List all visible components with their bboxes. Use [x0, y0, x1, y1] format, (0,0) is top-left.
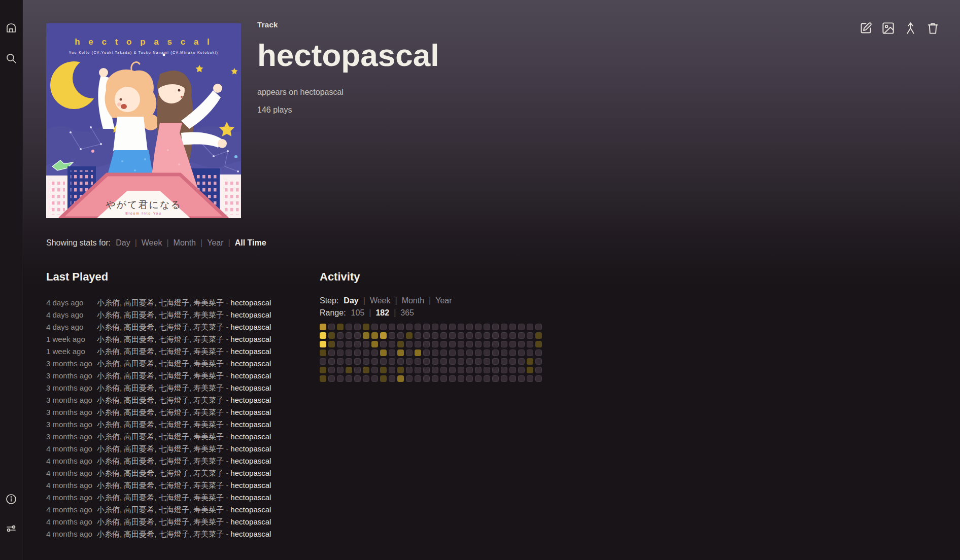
- heatmap-cell[interactable]: [371, 341, 378, 347]
- heatmap-cell[interactable]: [328, 367, 335, 373]
- artist-links[interactable]: 小糸侑, 高田憂希, 七海燈子, 寿美菜子: [97, 335, 224, 343]
- heatmap-cell[interactable]: [535, 375, 542, 382]
- heatmap-cell[interactable]: [346, 367, 352, 373]
- heatmap-cell[interactable]: [466, 375, 473, 382]
- heatmap-cell[interactable]: [449, 367, 456, 373]
- heatmap-cell[interactable]: [380, 349, 387, 356]
- heatmap-cell[interactable]: [415, 332, 421, 339]
- artist-links[interactable]: 小糸侑, 高田憂希, 七海燈子, 寿美菜子: [97, 517, 224, 526]
- track-link[interactable]: hectopascal: [230, 396, 271, 404]
- heatmap-cell[interactable]: [501, 341, 507, 347]
- heatmap-cell[interactable]: [354, 332, 361, 339]
- artist-links[interactable]: 小糸侑, 高田憂希, 七海燈子, 寿美菜子: [97, 469, 224, 477]
- heatmap-cell[interactable]: [475, 332, 482, 339]
- heatmap-cell[interactable]: [492, 375, 499, 382]
- edit-button[interactable]: [859, 21, 873, 35]
- track-link[interactable]: hectopascal: [230, 493, 271, 502]
- heatmap-cell[interactable]: [389, 349, 395, 356]
- heatmap-cell[interactable]: [492, 324, 499, 330]
- delete-button[interactable]: [926, 21, 940, 35]
- heatmap-cell[interactable]: [354, 324, 361, 330]
- heatmap-cell[interactable]: [449, 375, 456, 382]
- heatmap-cell[interactable]: [449, 332, 456, 339]
- heatmap-cell[interactable]: [466, 358, 473, 365]
- track-link[interactable]: hectopascal: [230, 432, 271, 441]
- heatmap-cell[interactable]: [466, 367, 473, 373]
- heatmap-cell[interactable]: [484, 367, 490, 373]
- option-day[interactable]: Day: [116, 238, 130, 247]
- heatmap-cell[interactable]: [354, 375, 361, 382]
- heatmap-cell[interactable]: [484, 375, 490, 382]
- heatmap-cell[interactable]: [458, 341, 464, 347]
- heatmap-cell[interactable]: [397, 332, 404, 339]
- heatmap-cell[interactable]: [380, 341, 387, 347]
- heatmap-cell[interactable]: [518, 349, 525, 356]
- heatmap-cell[interactable]: [320, 324, 326, 330]
- track-link[interactable]: hectopascal: [230, 530, 271, 538]
- heatmap-cell[interactable]: [458, 324, 464, 330]
- heatmap-cell[interactable]: [328, 332, 335, 339]
- heatmap-cell[interactable]: [363, 341, 369, 347]
- option-182[interactable]: 182: [375, 308, 389, 317]
- artist-links[interactable]: 小糸侑, 高田憂希, 七海燈子, 寿美菜子: [97, 359, 224, 368]
- heatmap-cell[interactable]: [337, 375, 344, 382]
- heatmap-cell[interactable]: [363, 349, 369, 356]
- heatmap-cell[interactable]: [535, 332, 542, 339]
- heatmap-cell[interactable]: [337, 358, 344, 365]
- heatmap-cell[interactable]: [389, 324, 395, 330]
- heatmap-cell[interactable]: [527, 358, 533, 365]
- heatmap-cell[interactable]: [484, 332, 490, 339]
- heatmap-cell[interactable]: [328, 349, 335, 356]
- track-link[interactable]: hectopascal: [230, 408, 271, 416]
- heatmap-cell[interactable]: [320, 341, 326, 347]
- heatmap-cell[interactable]: [449, 349, 456, 356]
- heatmap-cell[interactable]: [466, 332, 473, 339]
- artist-links[interactable]: 小糸侑, 高田憂希, 七海燈子, 寿美菜子: [97, 530, 224, 538]
- heatmap-cell[interactable]: [432, 341, 438, 347]
- artist-links[interactable]: 小糸侑, 高田憂希, 七海燈子, 寿美菜子: [97, 396, 224, 404]
- search-button[interactable]: [5, 52, 17, 64]
- heatmap-cell[interactable]: [415, 358, 421, 365]
- option-year[interactable]: Year: [207, 238, 223, 247]
- artist-links[interactable]: 小糸侑, 高田憂希, 七海燈子, 寿美菜子: [97, 457, 224, 465]
- heatmap-cell[interactable]: [458, 349, 464, 356]
- heatmap-cell[interactable]: [346, 332, 352, 339]
- heatmap-cell[interactable]: [380, 358, 387, 365]
- heatmap-cell[interactable]: [371, 367, 378, 373]
- artist-links[interactable]: 小糸侑, 高田憂希, 七海燈子, 寿美菜子: [97, 493, 224, 502]
- heatmap-cell[interactable]: [346, 324, 352, 330]
- option-day[interactable]: Day: [344, 296, 358, 305]
- heatmap-cell[interactable]: [509, 367, 516, 373]
- heatmap-cell[interactable]: [320, 358, 326, 365]
- option-month[interactable]: Month: [174, 238, 196, 247]
- heatmap-cell[interactable]: [466, 341, 473, 347]
- track-link[interactable]: hectopascal: [230, 298, 271, 307]
- heatmap-cell[interactable]: [492, 349, 499, 356]
- heatmap-cell[interactable]: [397, 367, 404, 373]
- heatmap-cell[interactable]: [432, 324, 438, 330]
- heatmap-cell[interactable]: [432, 375, 438, 382]
- artist-links[interactable]: 小糸侑, 高田憂希, 七海燈子, 寿美菜子: [97, 323, 224, 331]
- merge-button[interactable]: [904, 21, 917, 35]
- heatmap-cell[interactable]: [397, 375, 404, 382]
- heatmap-cell[interactable]: [415, 367, 421, 373]
- heatmap-cell[interactable]: [440, 341, 447, 347]
- heatmap-cell[interactable]: [484, 358, 490, 365]
- heatmap-cell[interactable]: [509, 375, 516, 382]
- heatmap-cell[interactable]: [432, 332, 438, 339]
- heatmap-cell[interactable]: [501, 324, 507, 330]
- heatmap-cell[interactable]: [501, 332, 507, 339]
- heatmap-cell[interactable]: [501, 349, 507, 356]
- heatmap-cell[interactable]: [440, 367, 447, 373]
- heatmap-cell[interactable]: [475, 358, 482, 365]
- heatmap-cell[interactable]: [475, 375, 482, 382]
- heatmap-cell[interactable]: [363, 332, 369, 339]
- heatmap-cell[interactable]: [406, 332, 413, 339]
- heatmap-cell[interactable]: [415, 349, 421, 356]
- heatmap-cell[interactable]: [406, 367, 413, 373]
- heatmap-cell[interactable]: [423, 375, 430, 382]
- heatmap-cell[interactable]: [320, 367, 326, 373]
- heatmap-cell[interactable]: [527, 375, 533, 382]
- heatmap-cell[interactable]: [354, 367, 361, 373]
- artist-links[interactable]: 小糸侑, 高田憂希, 七海燈子, 寿美菜子: [97, 444, 224, 453]
